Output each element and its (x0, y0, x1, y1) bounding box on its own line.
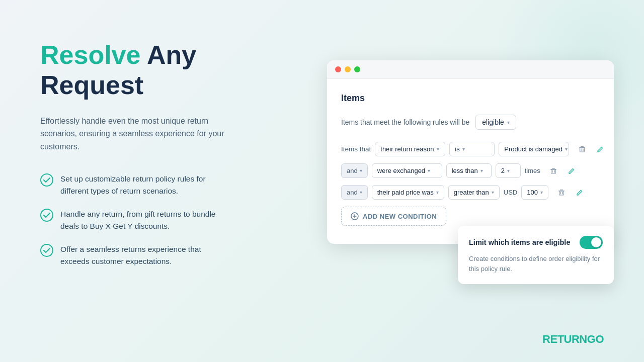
svg-rect-9 (552, 168, 555, 169)
and-label-1: and (347, 167, 358, 174)
less-than-select[interactable]: less than ▾ (446, 163, 492, 178)
svg-point-1 (41, 209, 53, 221)
price-chevron: ▾ (540, 190, 543, 195)
is-operator-select[interactable]: is ▾ (449, 142, 495, 156)
toggle-switch[interactable] (580, 236, 603, 249)
rules-header: Items that meet the following rules will… (341, 115, 600, 130)
dot-green[interactable] (354, 66, 360, 72)
exchanged-select[interactable]: were exchanged ▾ (372, 163, 442, 178)
svg-rect-14 (560, 190, 563, 191)
damage-chevron: ▾ (565, 146, 568, 152)
times-label: times (525, 167, 540, 174)
feature-list: Set up customizable return policy rules … (40, 173, 282, 267)
check-icon-1 (40, 173, 53, 187)
rules-label: Items that meet the following rules will… (341, 118, 469, 126)
condition2-delete-button[interactable] (546, 164, 560, 178)
feature-text-2: Handle any return, from gift returns to … (60, 208, 231, 232)
browser-content: Items Items that meet the following rule… (327, 79, 614, 244)
svg-rect-15 (559, 191, 564, 195)
subtitle: Effortlessly handle even the most unique… (40, 115, 231, 153)
exchanged-chevron: ▾ (428, 168, 430, 173)
svg-rect-4 (581, 146, 584, 147)
tooltip-title: Limit which items are eligible (469, 238, 570, 246)
items-that-label: Items that (341, 145, 371, 153)
greater-than-chevron: ▾ (492, 190, 494, 195)
and-chevron-1: ▾ (360, 168, 362, 173)
condition1-actions (575, 142, 607, 156)
dot-red[interactable] (335, 66, 341, 72)
damage-value-select[interactable]: Product is damaged ▾ (499, 142, 569, 156)
count-value: 2 (501, 167, 505, 174)
and-chevron-2: ▾ (360, 190, 362, 195)
feature-item-3: Offer a seamless returns experience that… (40, 243, 282, 267)
left-panel: Resolve AnyRequest Effortlessly handle e… (40, 40, 282, 267)
svg-point-2 (41, 244, 53, 256)
tooltip-description: Create conditions to define order eligib… (469, 254, 603, 274)
svg-point-0 (41, 174, 53, 186)
section-title: Items (341, 93, 600, 104)
and-label-2: and (347, 189, 358, 196)
condition1-edit-button[interactable] (593, 142, 607, 156)
exchanged-value: were exchanged (377, 167, 425, 174)
and-badge-2[interactable]: and ▾ (341, 185, 368, 200)
tooltip-header: Limit which items are eligible (469, 236, 603, 249)
eligible-value: eligible (482, 118, 504, 126)
is-operator-chevron: ▾ (462, 146, 465, 152)
browser-bar (327, 60, 614, 79)
dot-yellow[interactable] (345, 66, 351, 72)
condition-row-2: and ▾ were exchanged ▾ less than ▾ 2 ▾ t… (341, 163, 600, 178)
return-reason-select[interactable]: their return reason ▾ (375, 142, 445, 156)
tooltip-card: Limit which items are eligible Create co… (458, 226, 614, 284)
logo-part2: GO (587, 333, 604, 345)
eligible-select[interactable]: eligible ▾ (475, 115, 516, 130)
headline: Resolve AnyRequest (40, 40, 282, 101)
count-chevron: ▾ (507, 168, 510, 173)
eligible-chevron: ▾ (507, 120, 510, 125)
plus-circle-icon (351, 212, 359, 220)
condition-row-3: and ▾ their paid price was ▾ greater tha… (341, 185, 600, 200)
count-select[interactable]: 2 ▾ (496, 163, 521, 178)
and-badge-1[interactable]: and ▾ (341, 163, 368, 178)
currency-label: USD (504, 189, 517, 196)
check-icon-3 (40, 244, 53, 257)
toggle-knob (591, 237, 601, 247)
price-value-select[interactable]: 100 ▾ (521, 185, 548, 200)
logo: RETURNGO (542, 333, 604, 346)
damage-value: Product is damaged (504, 145, 562, 153)
condition2-edit-button[interactable] (565, 164, 579, 178)
add-condition-button[interactable]: ADD NEW CONDITION (341, 207, 446, 226)
feature-text-3: Offer a seamless returns experience that… (60, 243, 231, 267)
paid-price-chevron: ▾ (436, 190, 439, 195)
condition3-delete-button[interactable] (554, 186, 569, 200)
check-icon-2 (40, 209, 53, 222)
svg-rect-10 (551, 169, 555, 173)
feature-item-2: Handle any return, from gift returns to … (40, 208, 282, 232)
condition3-actions (554, 186, 587, 200)
headline-resolve: Resolve (40, 40, 140, 69)
less-than-value: less than (452, 167, 478, 174)
browser-window: Items Items that meet the following rule… (327, 60, 614, 244)
price-value: 100 (527, 189, 538, 196)
return-reason-chevron: ▾ (437, 146, 439, 152)
condition3-edit-button[interactable] (573, 186, 587, 200)
logo-part1: RETURN (542, 333, 587, 345)
less-than-chevron: ▾ (480, 168, 483, 173)
greater-than-select[interactable]: greater than ▾ (448, 185, 500, 200)
add-condition-label: ADD NEW CONDITION (363, 213, 437, 220)
paid-price-value: their paid price was (377, 189, 434, 196)
condition1-delete-button[interactable] (575, 142, 589, 156)
svg-rect-5 (580, 148, 585, 152)
condition-row-1: Items that their return reason ▾ is ▾ Pr… (341, 142, 600, 156)
greater-than-value: greater than (454, 189, 489, 196)
feature-text-1: Set up customizable return policy rules … (60, 173, 231, 197)
is-operator-value: is (455, 145, 459, 153)
paid-price-select[interactable]: their paid price was ▾ (372, 185, 444, 200)
feature-item-1: Set up customizable return policy rules … (40, 173, 282, 197)
condition2-actions (546, 164, 579, 178)
return-reason-value: their return reason (380, 145, 434, 153)
